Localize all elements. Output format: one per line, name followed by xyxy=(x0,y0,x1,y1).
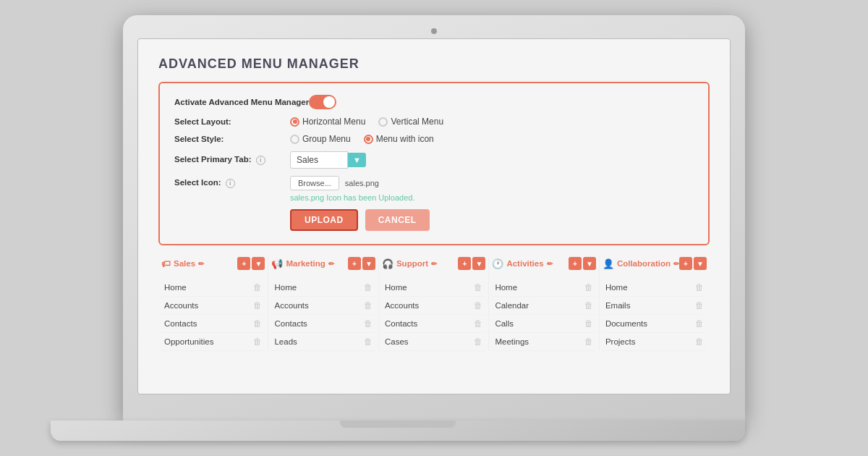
col-add-btn-sales[interactable]: + xyxy=(237,257,250,270)
list-item-label: Home xyxy=(274,283,297,292)
list-item-label: Home xyxy=(164,283,187,292)
menu-col-activities: 🕐Activities✏+▼Home🗑Calendar🗑Calls🗑Meetin… xyxy=(489,257,599,351)
activate-row: Activate Advanced Menu Manager xyxy=(174,95,694,109)
list-item-delete[interactable]: 🗑 xyxy=(474,282,482,292)
col-controls-support: +▼ xyxy=(458,257,485,270)
primary-tab-dropdown[interactable]: Sales ▼ xyxy=(290,151,366,169)
list-item-delete[interactable]: 🗑 xyxy=(474,300,482,311)
laptop-frame: ADVANCED MENU MANAGER Activate Advanced … xyxy=(123,15,745,421)
list-item-label: Accounts xyxy=(274,301,308,310)
col-add-btn-marketing[interactable]: + xyxy=(348,257,361,270)
laptop-base xyxy=(51,421,745,441)
activate-toggle[interactable] xyxy=(309,95,336,109)
cancel-button[interactable]: CANCEL xyxy=(365,209,430,231)
dropdown-arrow-icon[interactable]: ▼ xyxy=(348,153,366,167)
list-item-delete[interactable]: 🗑 xyxy=(695,337,704,347)
horizontal-radio[interactable] xyxy=(290,117,299,127)
list-item-delete[interactable]: 🗑 xyxy=(253,300,262,311)
col-down-btn-support[interactable]: ▼ xyxy=(472,257,485,270)
col-controls-activities: +▼ xyxy=(569,257,596,270)
list-item-delete[interactable]: 🗑 xyxy=(584,318,593,329)
upload-button[interactable]: UPLOAD xyxy=(290,209,358,231)
list-item-label: Contacts xyxy=(164,319,197,328)
list-item-delete[interactable]: 🗑 xyxy=(584,300,593,311)
style-menu-icon[interactable]: Menu with icon xyxy=(364,134,434,144)
col-edit-icon-sales[interactable]: ✏ xyxy=(198,260,204,268)
menu-columns: 🏷Sales✏+▼Home🗑Accounts🗑Contacts🗑Opportun… xyxy=(158,257,710,351)
layout-row: Select Layout: Horizontal Menu Vertical … xyxy=(174,117,694,127)
config-panel: Activate Advanced Menu Manager Select La… xyxy=(158,82,710,245)
col-add-btn-activities[interactable]: + xyxy=(569,257,582,270)
list-item: Contacts🗑 xyxy=(271,315,375,333)
col-down-btn-activities[interactable]: ▼ xyxy=(583,257,596,270)
list-item: Opportunities🗑 xyxy=(161,333,265,351)
list-item-delete[interactable]: 🗑 xyxy=(253,318,262,329)
menu-icon-radio[interactable] xyxy=(364,135,373,144)
col-add-btn-support[interactable]: + xyxy=(458,257,471,270)
style-group-menu[interactable]: Group Menu xyxy=(290,134,351,144)
list-item-delete[interactable]: 🗑 xyxy=(695,300,704,311)
list-item-delete[interactable]: 🗑 xyxy=(364,318,373,329)
col-header-activities: 🕐Activities✏+▼ xyxy=(492,257,595,273)
list-item-delete[interactable]: 🗑 xyxy=(584,282,593,292)
list-item-label: Calls xyxy=(495,319,514,328)
list-item-delete[interactable]: 🗑 xyxy=(364,300,373,311)
list-item: Home🗑 xyxy=(603,279,707,297)
primary-tab-label: Select Primary Tab: i xyxy=(174,155,290,165)
list-item: Contacts🗑 xyxy=(161,315,265,333)
group-menu-radio[interactable] xyxy=(290,135,299,144)
list-item-delete[interactable]: 🗑 xyxy=(364,337,373,347)
file-name: sales.png xyxy=(345,179,379,187)
browse-button[interactable]: Browse... xyxy=(290,176,339,190)
menu-col-marketing: 📢Marketing✏+▼Home🗑Accounts🗑Contacts🗑Lead… xyxy=(268,257,378,351)
list-item: Accounts🗑 xyxy=(382,297,485,315)
vertical-radio[interactable] xyxy=(378,117,388,127)
col-down-btn-collaboration[interactable]: ▼ xyxy=(694,257,707,270)
col-title-text-sales: Sales xyxy=(174,259,195,268)
col-title-sales: 🏷Sales✏ xyxy=(161,258,204,269)
list-item: Contacts🗑 xyxy=(382,315,485,333)
layout-vertical[interactable]: Vertical Menu xyxy=(378,117,443,127)
list-item: Home🗑 xyxy=(382,279,485,297)
layout-radio-group: Horizontal Menu Vertical Menu xyxy=(290,117,443,127)
list-item-label: Opportunities xyxy=(164,337,213,346)
list-item-delete[interactable]: 🗑 xyxy=(364,282,373,292)
list-item-delete[interactable]: 🗑 xyxy=(474,337,482,347)
list-item: Home🗑 xyxy=(161,279,265,297)
list-item-delete[interactable]: 🗑 xyxy=(695,282,704,292)
list-item-label: Contacts xyxy=(385,319,417,328)
list-item-label: Documents xyxy=(605,319,647,328)
col-icon-support: 🎧 xyxy=(382,258,393,269)
primary-tab-info-icon: i xyxy=(256,156,265,165)
laptop-screen: ADVANCED MENU MANAGER Activate Advanced … xyxy=(137,38,731,394)
layout-horizontal[interactable]: Horizontal Menu xyxy=(290,117,365,127)
list-item-delete[interactable]: 🗑 xyxy=(584,337,593,347)
style-row: Select Style: Group Menu Menu with icon xyxy=(174,134,694,144)
list-item-delete[interactable]: 🗑 xyxy=(695,318,704,329)
col-header-collaboration: 👤Collaboration✏+▼ xyxy=(603,257,707,273)
list-item-delete[interactable]: 🗑 xyxy=(474,318,482,329)
col-icon-collaboration: 👤 xyxy=(603,258,614,269)
col-controls-marketing: +▼ xyxy=(348,257,375,270)
col-title-activities: 🕐Activities✏ xyxy=(492,258,552,269)
col-edit-icon-marketing[interactable]: ✏ xyxy=(328,260,334,268)
col-edit-icon-activities[interactable]: ✏ xyxy=(547,260,553,268)
list-item-delete[interactable]: 🗑 xyxy=(253,337,262,347)
list-item: Emails🗑 xyxy=(603,297,707,315)
list-item-label: Home xyxy=(605,283,628,292)
list-item-label: Leads xyxy=(274,337,297,346)
laptop-camera xyxy=(431,28,437,34)
col-down-btn-sales[interactable]: ▼ xyxy=(252,257,265,270)
col-title-text-support: Support xyxy=(396,259,428,268)
col-down-btn-marketing[interactable]: ▼ xyxy=(362,257,375,270)
col-add-btn-collaboration[interactable]: + xyxy=(679,257,692,270)
list-item-delete[interactable]: 🗑 xyxy=(253,282,262,292)
list-item-label: Home xyxy=(385,283,407,292)
dropdown-value[interactable]: Sales xyxy=(290,151,348,169)
menu-col-support: 🎧Support✏+▼Home🗑Accounts🗑Contacts🗑Cases🗑 xyxy=(379,257,489,351)
page-title: ADVANCED MENU MANAGER xyxy=(158,56,710,72)
col-edit-icon-collaboration[interactable]: ✏ xyxy=(673,260,679,268)
upload-success-area: sales.png Icon has been Uploaded. xyxy=(174,190,414,202)
list-item: Meetings🗑 xyxy=(492,333,595,351)
col-edit-icon-support[interactable]: ✏ xyxy=(431,260,437,268)
